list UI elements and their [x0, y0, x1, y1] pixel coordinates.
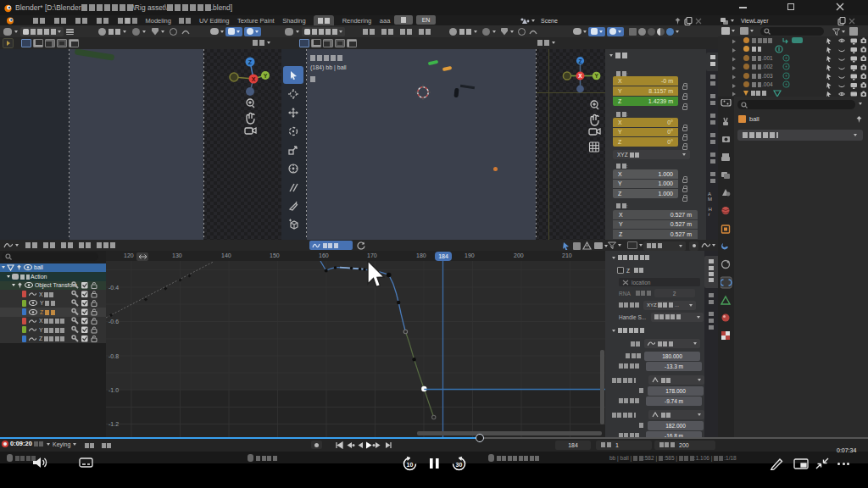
svg-text:X: X: [252, 76, 256, 82]
svg-text:10: 10: [407, 462, 414, 468]
svg-text:30: 30: [456, 462, 463, 468]
svg-text:Z: Z: [579, 58, 582, 64]
svg-text:X: X: [578, 73, 582, 79]
svg-text:Y: Y: [264, 73, 268, 79]
svg-text:Z: Z: [248, 59, 253, 65]
svg-text:Y: Y: [594, 73, 598, 79]
